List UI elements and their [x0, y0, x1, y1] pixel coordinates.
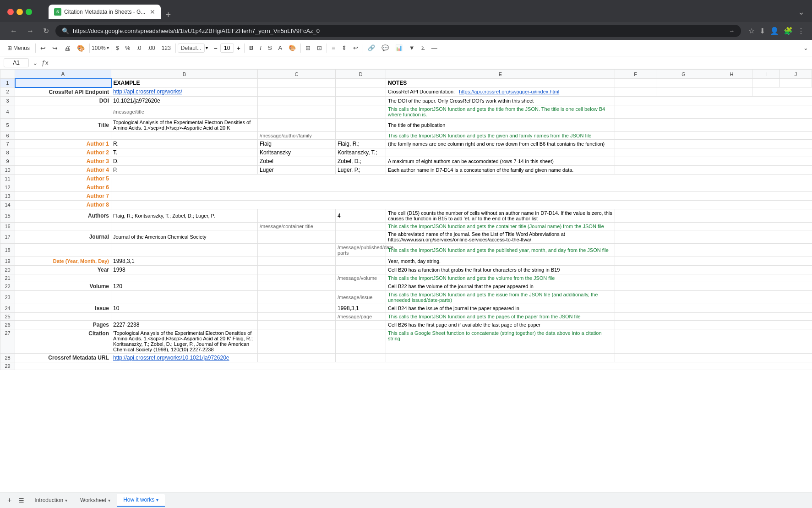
strikethrough-button[interactable]: S — [265, 43, 275, 53]
col-header-h[interactable]: H — [711, 70, 752, 79]
italic-button[interactable]: I — [257, 43, 264, 53]
cell-d21[interactable]: /message/volume — [336, 274, 386, 282]
cell-d3[interactable] — [336, 96, 386, 105]
cell-e17[interactable]: The abbreviated name of the journal. See… — [386, 230, 615, 243]
cell-d20[interactable] — [336, 265, 386, 274]
decimal-dec-button[interactable]: .0 — [134, 44, 144, 53]
nav-forward-button[interactable]: → — [24, 26, 37, 36]
cell-e8[interactable] — [386, 148, 615, 157]
filter-button[interactable]: ▼ — [406, 43, 418, 53]
tab-worksheet-arrow[interactable]: ▾ — [108, 498, 110, 503]
cell-g1[interactable] — [656, 79, 711, 87]
cell-a11[interactable]: Author 5 — [15, 174, 111, 183]
hide-toolbar-icon[interactable]: ⌄ — [803, 44, 808, 51]
sheet-tab-worksheet[interactable]: Worksheet ▾ — [74, 494, 117, 506]
cell-c18[interactable] — [258, 243, 336, 257]
print-button[interactable]: 🖨 — [61, 43, 73, 53]
expand-cell-icon[interactable]: ⌄ — [33, 59, 38, 66]
cell-b15[interactable]: Flaig, R.; Koritsanszky, T.; Zobel, D.; … — [111, 209, 258, 222]
cell-e15[interactable]: The cell (D15) counts the number of cell… — [386, 209, 615, 222]
cell-b7[interactable]: R. — [111, 139, 258, 148]
cell-b23[interactable] — [111, 290, 258, 304]
cell-e18[interactable]: This calls the ImportJSON function and g… — [386, 243, 615, 257]
cell-b21[interactable] — [111, 274, 258, 282]
cell-a5[interactable]: Title — [15, 118, 111, 131]
cell-d7[interactable]: Flaig, R.; — [336, 139, 386, 148]
cell-d18[interactable]: /message/published/date-parts — [336, 243, 386, 257]
cell-d9[interactable]: Zobel, D.; — [336, 157, 386, 165]
font-size-input[interactable] — [220, 44, 234, 53]
cell-a28[interactable]: Crossref Metadata URL — [15, 353, 111, 362]
redo-button[interactable]: ↪ — [49, 43, 60, 53]
paint-format-button[interactable]: 🎨 — [74, 43, 87, 53]
extensions-icon[interactable]: 🧩 — [784, 27, 793, 35]
col-header-g[interactable]: G — [656, 70, 711, 79]
merge-button[interactable]: ⊡ — [314, 43, 325, 53]
cell-a23[interactable] — [15, 290, 111, 304]
cell-a21[interactable] — [15, 274, 111, 282]
cell-c7[interactable]: Flaig — [258, 139, 336, 148]
menus-button[interactable]: ⊞ Menus — [4, 44, 33, 53]
cell-b28[interactable]: http://api.crossref.org/works/10.1021/ja… — [111, 353, 258, 362]
cell-a10[interactable]: Author 4 — [15, 165, 111, 174]
cell-e16[interactable]: This calls the ImportJSON function and g… — [386, 222, 615, 230]
cell-c28[interactable] — [258, 353, 336, 362]
cell-d4[interactable] — [336, 105, 386, 118]
cell-a17[interactable]: Journal — [15, 230, 111, 243]
cell-c9[interactable]: Zobel — [258, 157, 336, 165]
cell-b1[interactable]: EXAMPLE — [111, 79, 258, 87]
cell-b20[interactable]: 1998 — [111, 265, 258, 274]
tab-close-icon[interactable]: ✕ — [150, 8, 155, 16]
cell-c5[interactable] — [258, 118, 336, 131]
cell-h1[interactable] — [711, 79, 752, 87]
cell-a13[interactable]: Author 7 — [15, 191, 111, 200]
cell-d22[interactable] — [336, 282, 386, 290]
tab-active[interactable]: S Citation Metadata in Sheets - G... ✕ — [49, 5, 161, 19]
cell-c26[interactable] — [258, 320, 336, 329]
cell-c15[interactable] — [258, 209, 336, 222]
cell-c10[interactable]: Luger — [258, 165, 336, 174]
cell-d25[interactable]: /message/page — [336, 312, 386, 320]
cell-b18[interactable] — [111, 243, 258, 257]
cell-a24[interactable]: Issue — [15, 304, 111, 312]
chart-button[interactable]: 📊 — [392, 43, 405, 53]
nav-refresh-button[interactable]: ↻ — [40, 26, 52, 36]
cell-b19[interactable]: 1998,3,1 — [111, 257, 258, 265]
all-sheets-button[interactable]: ☰ — [15, 495, 28, 506]
cell-e28[interactable] — [386, 353, 615, 362]
tab-introduction-arrow[interactable]: ▾ — [65, 498, 67, 503]
cell-c21[interactable] — [258, 274, 336, 282]
cell-e20[interactable]: Cell B20 has a function that grabs the f… — [386, 265, 615, 274]
cell-e2[interactable]: CrossRef API Documentation: https://api.… — [386, 87, 615, 97]
cell-a22[interactable]: Volume — [15, 282, 111, 290]
more-button[interactable]: — — [429, 43, 440, 53]
cell-a15[interactable]: Authors — [15, 209, 111, 222]
cell-b10[interactable]: P. — [111, 165, 258, 174]
borders-button[interactable]: ⊞ — [303, 43, 313, 53]
cell-e25[interactable]: This calls the ImportJSON function and g… — [386, 312, 615, 320]
cell-a18[interactable] — [15, 243, 111, 257]
bold-button[interactable]: B — [246, 43, 256, 53]
cell-d23[interactable]: /message/issue — [336, 290, 386, 304]
cell-e21[interactable]: This calls the ImportJSON function and g… — [386, 274, 615, 282]
cell-e26[interactable]: Cell B26 has the first page and if avail… — [386, 320, 615, 329]
cell-b17[interactable]: Journal of the American Chemical Society — [111, 230, 258, 243]
text-wrap-button[interactable]: ↩ — [350, 43, 361, 53]
cell-d19[interactable] — [336, 257, 386, 265]
cell-f1[interactable] — [615, 79, 656, 87]
cell-b26[interactable]: 2227-2238 — [111, 320, 258, 329]
nav-back-button[interactable]: ← — [7, 26, 20, 36]
cell-d2[interactable] — [336, 87, 386, 97]
col-header-j[interactable]: J — [780, 70, 812, 79]
cell-d6[interactable] — [336, 131, 386, 139]
cell-e9[interactable]: A maximum of eight authors can be accomo… — [386, 157, 615, 165]
cell-d8[interactable]: Koritsanszky, T.; — [336, 148, 386, 157]
cell-c4[interactable] — [258, 105, 336, 118]
cell-c17[interactable] — [258, 230, 336, 243]
col-header-i[interactable]: I — [752, 70, 780, 79]
cell-d24[interactable]: 1998,3,1 — [336, 304, 386, 312]
cell-e3[interactable]: The DOI of the paper. Only CrossRef DOI'… — [386, 96, 615, 105]
fill-color-button[interactable]: 🎨 — [286, 43, 299, 53]
undo-button[interactable]: ↩ — [38, 43, 49, 53]
cell-c27[interactable] — [258, 329, 336, 353]
